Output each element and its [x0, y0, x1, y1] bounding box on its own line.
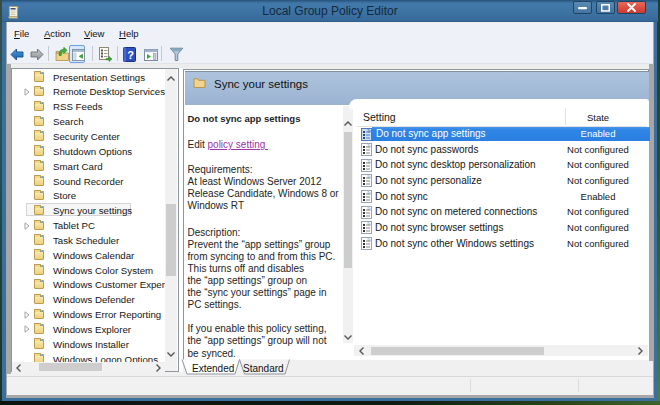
svg-text:?: ?	[127, 49, 134, 61]
